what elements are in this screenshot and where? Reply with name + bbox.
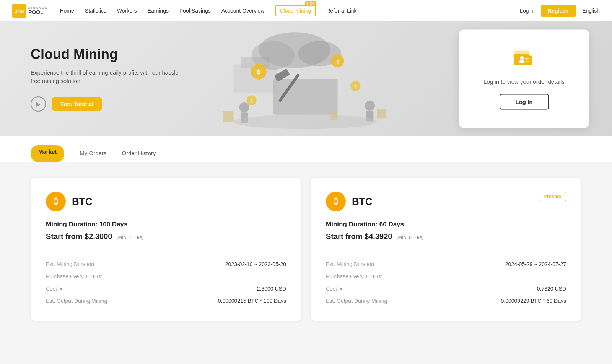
tabs-list: Market My Orders Order History — [31, 145, 581, 162]
svg-rect-25 — [377, 109, 386, 118]
register-button[interactable]: Register — [541, 5, 576, 17]
play-button[interactable]: ▶ — [31, 96, 46, 112]
login-card: Log in to view your order details Log In — [459, 30, 589, 128]
svg-rect-8 — [277, 82, 334, 111]
card-2-price: Start from $4.3920 (Min. 6TH/s) — [326, 232, 566, 241]
nav-item-cloud-mining[interactable]: HOT Cloud Mining — [275, 5, 316, 16]
nav-item-statistics[interactable]: Statistics — [85, 7, 106, 14]
hot-badge: HOT — [305, 1, 316, 6]
card-2-coin: BTC — [352, 196, 372, 208]
card-login-button[interactable]: Log In — [500, 94, 549, 110]
hero-section: Cloud Mining Experience the thrill of ea… — [0, 21, 612, 136]
nav-menu: Home Statistics Workers Earnings Pool Sa… — [60, 5, 356, 16]
svg-rect-33 — [525, 60, 528, 60]
logo[interactable]: BNB BINANCE POOL — [12, 4, 47, 18]
svg-rect-24 — [223, 111, 234, 122]
card-1-price: Start from $2.3000 (Min. 1TH/s) — [46, 232, 286, 241]
card-1-coin: BTC — [72, 196, 92, 208]
svg-point-30 — [520, 56, 524, 60]
svg-point-23 — [234, 115, 377, 129]
hero-content: Cloud Mining Experience the thrill of ea… — [31, 46, 184, 112]
view-tutorial-button[interactable]: View Tutorial — [52, 97, 102, 111]
svg-rect-32 — [525, 58, 529, 59]
card-1-header: ₿ BTC — [46, 192, 286, 211]
nav-item-pool-savings[interactable]: Pool Savings — [179, 7, 211, 14]
nav-right: Log In Register English — [520, 5, 600, 17]
navbar: BNB BINANCE POOL Home Statistics Workers… — [0, 0, 612, 21]
language-selector[interactable]: English — [582, 8, 600, 14]
order-details-icon — [474, 48, 574, 71]
detail-row: Cost ▼ 2.3000 USD — [46, 283, 286, 295]
tab-my-orders[interactable]: My Orders — [80, 145, 106, 162]
login-button[interactable]: Log In — [520, 8, 535, 14]
card-1-details: Est. Mining Duration 2023-02-10 ~ 2023-0… — [46, 252, 286, 307]
nav-item-workers[interactable]: Workers — [117, 7, 137, 14]
btc-icon-1: ₿ — [46, 192, 66, 211]
svg-rect-34 — [525, 61, 529, 62]
card-2-duration: Mining Duration: 60 Days — [326, 221, 566, 228]
detail-row: Est. Output During Mining 0.00000215 BTC… — [46, 295, 286, 307]
svg-text:BNB: BNB — [14, 8, 24, 13]
svg-text:₿: ₿ — [336, 59, 339, 65]
svg-rect-26 — [330, 113, 338, 120]
nav-item-account-overview[interactable]: Account Overview — [221, 7, 265, 14]
btc-symbol-1: ₿ — [54, 197, 58, 206]
svg-point-19 — [239, 102, 249, 112]
detail-row: Est. Mining Duration 2023-02-10 ~ 2023-0… — [46, 258, 286, 270]
detail-row: Purchase Every 1 TH/s: — [46, 270, 286, 283]
btc-symbol-2: ₿ — [334, 197, 338, 206]
detail-row: Est. Output During Mining 0.00000229 BTC… — [326, 295, 566, 307]
nav-item-earnings[interactable]: Earnings — [148, 7, 169, 14]
card-2-header: ₿ BTC — [326, 192, 566, 211]
cards-section: ₿ BTC Mining Duration: 100 Days Start fr… — [0, 162, 612, 336]
tab-order-history[interactable]: Order History — [122, 145, 156, 162]
presale-badge: Presale — [539, 192, 566, 201]
card-2-details: Est. Mining Duration 2024-05-29 ~ 2024-0… — [326, 252, 566, 307]
binance-logo-icon: BNB — [12, 4, 26, 18]
login-card-text: Log in to view your order details — [474, 78, 574, 85]
hero-buttons: ▶ View Tutorial — [31, 96, 184, 112]
detail-row: Est. Mining Duration 2024-05-29 ~ 2024-0… — [326, 258, 566, 270]
tabs-section: Market My Orders Order History — [0, 136, 612, 162]
hero-subtitle: Experience the thrill of earning daily p… — [31, 68, 184, 86]
mining-card-1: ₿ BTC Mining Duration: 100 Days Start fr… — [31, 178, 301, 321]
logo-text: POOL — [28, 10, 47, 15]
detail-row: Purchase Every 1 TH/s: — [326, 270, 566, 283]
detail-row: Cost ▼ 0.7320 USD — [326, 283, 566, 295]
cards-grid: ₿ BTC Mining Duration: 100 Days Start fr… — [31, 178, 581, 321]
svg-rect-31 — [519, 60, 524, 63]
svg-text:₿: ₿ — [257, 69, 260, 75]
play-icon: ▶ — [36, 101, 41, 107]
hero-title: Cloud Mining — [31, 46, 184, 62]
svg-point-21 — [365, 101, 375, 110]
btc-icon-2: ₿ — [326, 192, 346, 211]
tab-market[interactable]: Market — [31, 145, 64, 162]
mining-card-2: Presale ₿ BTC Mining Duration: 60 Days S… — [311, 178, 581, 321]
nav-item-referral-link[interactable]: Referral Link — [326, 7, 356, 14]
card-1-duration: Mining Duration: 100 Days — [46, 221, 286, 228]
nav-item-home[interactable]: Home — [60, 7, 74, 14]
